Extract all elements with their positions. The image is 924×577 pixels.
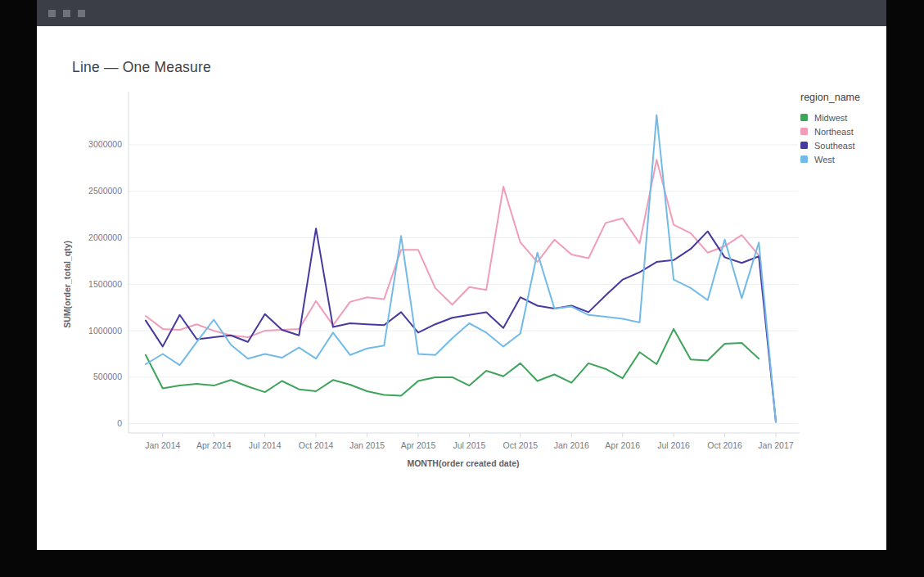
series-line-southeast: [146, 228, 776, 421]
line-chart-svg: 0500000100000015000002000000250000030000…: [57, 82, 827, 475]
x-tick-label: Jan 2017: [758, 440, 793, 450]
y-tick-label: 1500000: [88, 279, 122, 289]
y-tick-label: 2500000: [88, 186, 122, 196]
x-tick-label: Jan 2015: [349, 440, 385, 450]
legend-item-label: Southeast: [814, 141, 855, 151]
y-tick-label: 500000: [93, 372, 122, 381]
legend-item-label: Northeast: [814, 127, 854, 137]
legend-swatch-icon: [800, 142, 808, 149]
window-button-icon: [78, 10, 85, 17]
x-tick-label: Oct 2016: [707, 440, 742, 450]
window-button-icon: [48, 10, 56, 17]
legend-item-midwest[interactable]: Midwest: [800, 110, 890, 124]
window-titlebar: [37, 0, 886, 26]
x-tick-label: Oct 2014: [299, 440, 334, 450]
y-tick-label: 2000000: [88, 232, 122, 242]
app-window: Line — One Measure 050000010000001500000…: [37, 0, 886, 550]
window-button-icon: [63, 10, 70, 17]
chart-title: Line — One Measure: [72, 59, 211, 76]
x-axis-title: MONTH(order created date): [407, 458, 519, 468]
x-tick-label: Oct 2015: [503, 440, 539, 450]
x-tick-label: Jul 2015: [453, 440, 486, 450]
y-tick-label: 0: [117, 418, 122, 428]
x-tick-label: Apr 2014: [196, 440, 232, 450]
x-tick-label: Jul 2016: [657, 440, 690, 450]
legend-item-west[interactable]: West: [800, 152, 890, 166]
x-tick-label: Jan 2014: [145, 440, 180, 450]
series-line-northeast: [146, 160, 759, 337]
legend: region_name MidwestNortheastSoutheastWes…: [800, 92, 890, 166]
legend-swatch-icon: [800, 128, 808, 135]
y-tick-label: 3000000: [88, 139, 122, 149]
x-tick-label: Apr 2015: [401, 440, 436, 450]
window-controls: [48, 10, 85, 17]
x-tick-label: Jan 2016: [554, 440, 589, 450]
x-tick-label: Apr 2016: [605, 440, 640, 450]
x-tick-label: Jul 2014: [249, 440, 282, 450]
legend-item-northeast[interactable]: Northeast: [800, 124, 890, 138]
legend-title: region_name: [800, 92, 890, 103]
y-tick-label: 1000000: [88, 326, 122, 336]
legend-item-label: West: [814, 155, 835, 165]
y-axis-title: SUM(order_total_qty): [62, 241, 72, 328]
legend-swatch-icon: [800, 114, 808, 121]
legend-swatch-icon: [800, 156, 808, 163]
legend-item-southeast[interactable]: Southeast: [800, 138, 890, 152]
legend-items: MidwestNortheastSoutheastWest: [800, 110, 890, 166]
series-line-west: [146, 115, 776, 422]
legend-item-label: Midwest: [814, 113, 847, 123]
